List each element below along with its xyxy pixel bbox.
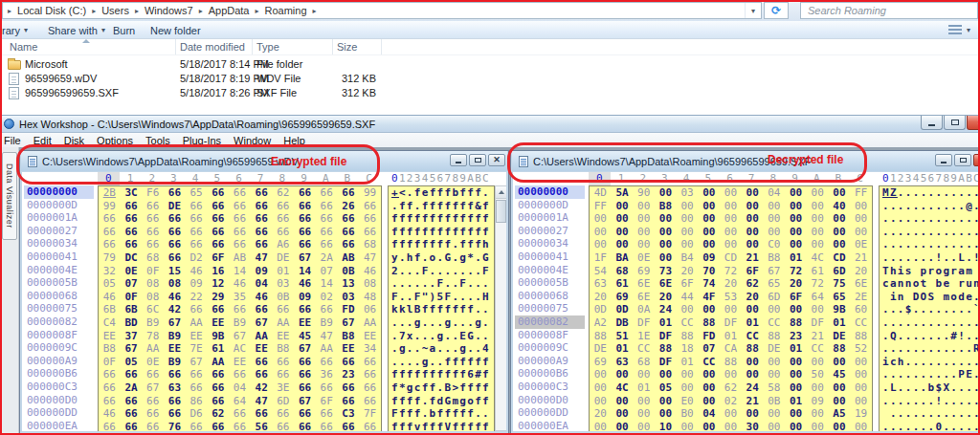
hex-byte[interactable]: 00	[633, 407, 655, 421]
hex-byte[interactable]: 66	[186, 381, 208, 395]
hex-byte[interactable]: 00	[829, 186, 851, 200]
hex-byte[interactable]: 00	[785, 356, 807, 369]
ascii-row[interactable]: ...g...g...g.	[389, 316, 494, 330]
hex-byte[interactable]: 1E	[633, 330, 655, 343]
hex-byte[interactable]: 13	[338, 277, 360, 291]
hex-byte[interactable]: 00	[764, 421, 786, 431]
toolbar-item-new-folder[interactable]: New folder	[150, 21, 201, 39]
hex-byte[interactable]: 66	[251, 368, 273, 381]
hex-byte[interactable]: 46	[99, 407, 121, 421]
hex-byte[interactable]: 37	[121, 330, 143, 343]
hex-byte[interactable]: 66	[316, 186, 338, 200]
hex-byte[interactable]: 00	[720, 186, 742, 200]
hex-byte[interactable]: 66	[121, 200, 143, 213]
hex-byte[interactable]: 00	[807, 186, 829, 200]
hex-byte[interactable]: 66	[229, 368, 251, 381]
hex-byte[interactable]: 67	[294, 342, 316, 356]
hex-byte[interactable]: FD	[698, 330, 720, 343]
hex-byte[interactable]: DE	[764, 342, 786, 356]
address-bar[interactable]: ▸Local Disk (C:)▸Users▸Windows7▸AppData▸…	[2, 2, 762, 19]
hex-byte[interactable]: 66	[229, 421, 251, 431]
hex-byte[interactable]: 66	[99, 421, 121, 431]
child-titlebar[interactable]: C:\Users\Windows7\AppData\Roaming\965996…	[512, 151, 980, 171]
hex-byte[interactable]: 66	[251, 356, 273, 369]
hex-byte[interactable]: EE	[207, 316, 229, 330]
hex-byte[interactable]: 14	[316, 277, 338, 291]
hex-byte[interactable]: 00	[785, 368, 807, 381]
ascii-row[interactable]: MZ...........	[880, 186, 980, 200]
hex-byte[interactable]: 99	[359, 186, 381, 200]
ascii-row[interactable]: .Q.......#!..	[880, 330, 980, 343]
hex-byte[interactable]: 32	[99, 265, 121, 278]
menu-item-edit[interactable]: Edit	[30, 135, 60, 146]
hex-byte[interactable]: 66	[164, 238, 186, 251]
hex-byte[interactable]: 00	[612, 395, 634, 408]
ascii-row[interactable]: .............	[880, 316, 980, 330]
hex-byte[interactable]: 09	[294, 291, 316, 304]
hex-byte[interactable]: 66	[316, 356, 338, 369]
hex-byte[interactable]: 00	[655, 395, 677, 408]
hex-byte[interactable]: 00	[655, 368, 677, 381]
hex-byte[interactable]: 66	[164, 407, 186, 421]
hex-byte[interactable]: 66	[251, 200, 273, 213]
hex-byte[interactable]: 66	[121, 421, 143, 431]
hex-byte[interactable]: 66	[229, 200, 251, 213]
hex-byte[interactable]: 20	[590, 407, 612, 421]
toolbar-item-share-with[interactable]: Share with▾	[48, 21, 105, 39]
hex-byte[interactable]: 00	[785, 381, 807, 395]
hex-byte[interactable]: 61	[807, 265, 829, 278]
hex-byte[interactable]: 6F	[677, 277, 699, 291]
hex-byte[interactable]: 04	[229, 381, 251, 395]
menu-item-window[interactable]: Window	[230, 135, 279, 146]
hex-byte[interactable]: 00	[677, 226, 699, 239]
hex-byte[interactable]: 66	[251, 212, 273, 226]
menu-item-tools[interactable]: Tools	[142, 135, 179, 146]
hex-byte[interactable]: 00	[655, 186, 677, 200]
hex-byte[interactable]: 00	[785, 303, 807, 316]
hex-byte[interactable]: 68	[612, 265, 634, 278]
hex-byte[interactable]: EE	[359, 330, 381, 343]
hex-byte[interactable]: 24	[655, 303, 677, 316]
hex-byte[interactable]: 6F	[785, 291, 807, 304]
hex-byte[interactable]: 66	[316, 303, 338, 316]
hex-byte[interactable]: 66	[142, 212, 164, 226]
hex-byte[interactable]: 00	[807, 356, 829, 369]
ascii-row[interactable]: cannot be run	[880, 277, 980, 291]
hex-byte[interactable]: 88	[677, 330, 699, 343]
column-header-size[interactable]: Size	[337, 41, 357, 53]
hex-byte[interactable]: 07	[121, 277, 143, 291]
hex-byte[interactable]: FD	[338, 303, 360, 316]
hex-byte[interactable]: FF	[850, 186, 872, 200]
hex-byte[interactable]: 66	[121, 238, 143, 251]
hex-byte[interactable]: 19	[850, 407, 872, 421]
change-view-button[interactable]: ▾	[948, 25, 970, 34]
hex-byte[interactable]: 6F	[742, 265, 764, 278]
hex-byte[interactable]: 01	[655, 316, 677, 330]
hex-byte[interactable]: 61	[207, 342, 229, 356]
ascii-row[interactable]: ffffffffff6#f	[389, 368, 494, 381]
hex-byte[interactable]: EE	[229, 356, 251, 369]
hex-byte[interactable]: 66	[359, 381, 381, 395]
hex-byte[interactable]: 12	[207, 277, 229, 291]
toolbar-item-burn[interactable]: Burn	[113, 21, 135, 39]
hex-byte[interactable]: 72	[785, 265, 807, 278]
hex-byte[interactable]: 00	[785, 226, 807, 239]
hex-byte[interactable]: 00	[807, 212, 829, 226]
hex-byte[interactable]: 47	[359, 251, 381, 265]
hex-byte[interactable]: 46	[164, 291, 186, 304]
hex-byte[interactable]: 0D	[612, 303, 634, 316]
hex-byte[interactable]: 6E	[850, 277, 872, 291]
hex-byte[interactable]: B8	[655, 200, 677, 213]
hex-byte[interactable]: 00	[698, 212, 720, 226]
hex-byte[interactable]: CC	[742, 330, 764, 343]
file-row[interactable]: Microsoft5/18/2017 8:14 PMFile folder	[0, 57, 980, 72]
hex-byte[interactable]: 20	[720, 277, 742, 291]
hex-byte[interactable]: DE	[164, 200, 186, 213]
ascii-row[interactable]: ......F..F...	[389, 277, 494, 291]
hex-byte[interactable]: 00	[720, 226, 742, 239]
hex-byte[interactable]: 51	[612, 330, 634, 343]
hex-byte[interactable]: 42	[164, 303, 186, 316]
hex-byte[interactable]: 00	[677, 238, 699, 251]
hex-byte[interactable]: DE	[829, 330, 851, 343]
hex-byte[interactable]: 0E	[142, 356, 164, 369]
